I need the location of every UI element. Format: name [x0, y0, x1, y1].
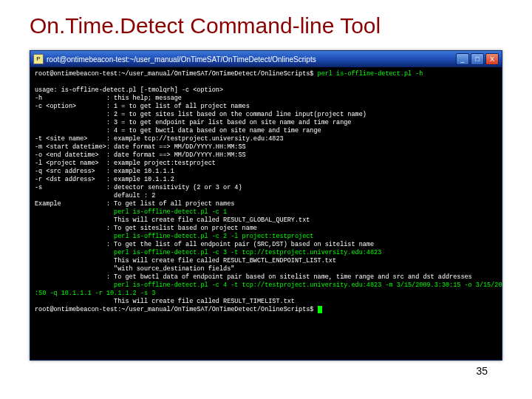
window-title: root@ontimebeacon-test:~/user_manual/OnT… — [47, 55, 456, 64]
window-titlebar[interactable]: P root@ontimebeacon-test:~/user_manual/O… — [30, 51, 502, 67]
term-line: perl is-offline-detect.pl -c 3 -t tcp://… — [35, 249, 381, 256]
term-line: : To get bwctl data of endpoint pair bas… — [35, 273, 472, 281]
term-line: -q <src address> : example 10.1.1.1 — [35, 168, 174, 175]
term-line: This will create file called RESULT_BWCT… — [35, 257, 336, 265]
cursor-icon — [318, 306, 322, 313]
window-buttons: _ □ X — [456, 53, 499, 65]
term-line: : 2 = to get sites list based on the com… — [35, 111, 366, 118]
term-line: perl is-offline-detect.pl -c 2 -l projec… — [35, 233, 313, 240]
term-line: usage: is-offline-detect.pl [-tmolqrh] -… — [35, 86, 223, 94]
term-line: -h : this help; message — [35, 95, 182, 102]
term-line: perl is-offline-detect.pl -c 1 — [35, 208, 227, 216]
term-line: : To get siteslist based on project name — [35, 225, 257, 232]
putty-icon: P — [33, 54, 44, 64]
term-line: -r <dst address> : example 10.1.1.2 — [35, 176, 174, 183]
term-line: -l <project name> : example project:test… — [35, 160, 216, 167]
slide: On.Time.Detect Command-line Tool P root@… — [0, 0, 532, 399]
term-line: -t <site name> : example tcp://testproje… — [35, 135, 284, 143]
term-line: "with source_destination fields" — [35, 265, 234, 273]
term-line: perl is-offline-detect.pl -c 4 -t tcp://… — [35, 282, 502, 289]
terminal-window: P root@ontimebeacon-test:~/user_manual/O… — [30, 50, 502, 361]
term-line: default : 2 — [35, 192, 155, 200]
prompt-line-2: root@ontimebeacon-test:~/user_manual/OnT… — [35, 306, 313, 313]
term-line: : 4 = to get bwctl data based on site na… — [35, 127, 321, 134]
close-button[interactable]: X — [485, 53, 499, 65]
term-line: -c <option> : 1 = to get list of all pro… — [35, 103, 250, 110]
term-line: : To get the list of all endpoint pair (… — [35, 241, 374, 248]
term-line: Example : To get list of all project nam… — [35, 200, 234, 208]
term-line: This will create file called RESULT_TIME… — [35, 298, 295, 305]
command-1: perl is-offline-detect.pl -h — [313, 70, 423, 78]
term-line: -s : detector sensitivity (2 or 3 or 4) — [35, 184, 242, 191]
minimize-button[interactable]: _ — [456, 53, 469, 65]
terminal-output[interactable]: root@ontimebeacon-test:~/user_manual/OnT… — [30, 67, 502, 360]
maximize-button[interactable]: □ — [471, 53, 484, 65]
term-line: -m <start datetime>: date format ==> MM/… — [35, 143, 246, 151]
term-line: : 3 = to get endpoint pair list based on… — [35, 119, 351, 126]
term-line: :50 -q 10.1.1.1 -r 10.1.1.2 -s 3 — [35, 290, 155, 297]
slide-title: On.Time.Detect Command-line Tool — [30, 13, 502, 38]
page-number: 35 — [476, 365, 488, 377]
term-line: This will create file called RESULT_GLOB… — [35, 216, 310, 224]
prompt-line-1: root@ontimebeacon-test:~/user_manual/OnT… — [35, 70, 313, 78]
term-line: -o <end datetime> : date format ==> MM/D… — [35, 151, 246, 159]
